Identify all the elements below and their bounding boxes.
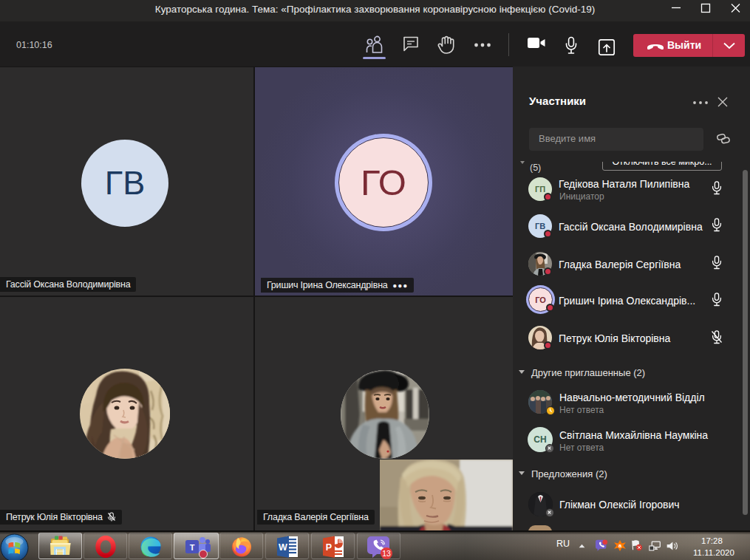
svg-text:P: P <box>326 542 332 553</box>
svg-text:W: W <box>279 542 287 553</box>
svg-text:13: 13 <box>382 549 391 558</box>
svg-text:T: T <box>190 543 195 552</box>
